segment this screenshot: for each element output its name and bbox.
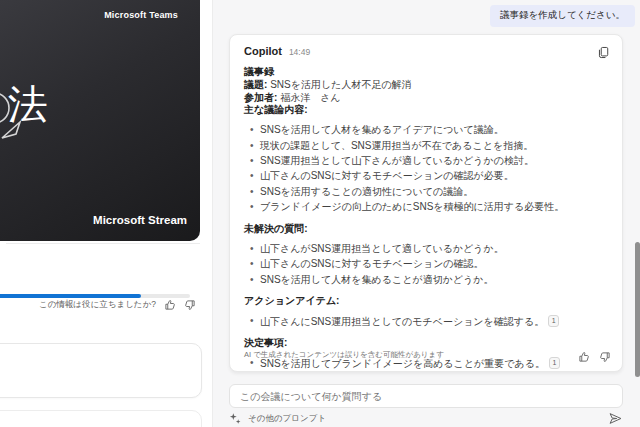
left-content-card [0,343,202,398]
video-player[interactable]: Microsoft Teams 法 Microsoft Stream [0,0,200,241]
list-item: SNS運用担当として山下さんが適しているかどうかの検討。 [244,155,608,168]
composer-footer: その他のプロンプト [229,411,623,426]
section-heading-discussion: 主な議論内容: [244,104,608,117]
send-icon [608,411,623,426]
copy-button[interactable] [595,44,612,61]
notes-title: 議事録 [244,66,608,79]
like-button[interactable] [578,351,590,363]
survey-thumbs-up-button[interactable] [164,299,176,311]
copilot-message-card: Copilot 14:49 議事録 議題: SNSを活用した人材不足の解消 参加… [229,34,623,372]
more-prompts-button[interactable]: その他のプロンプト [229,412,326,425]
list-item: 山下さんがSNS運用担当として適しているかどうか。 [244,243,608,256]
participants-line: 参加者: 福永洋 さん [244,92,608,105]
survey-question: この情報は役に立ちましたか? [39,299,156,311]
action-items-list: 山下さんにSNS運用担当としてのモチベーションを確認する。1 [244,315,608,328]
stream-watermark: Microsoft Stream [93,214,187,226]
list-item: 山下さんのSNSに対するモチベーションの確認が必要。 [244,170,608,183]
copilot-name: Copilot [244,45,282,57]
ai-disclaimer: AI で生成されたコンテンツは誤りを含む可能性があります [244,350,444,360]
discussion-list: SNSを活用して人材を集めるアイデアについて議論。 現状の課題として、SNS運用… [244,124,608,214]
section-heading-open-questions: 未解決の質問: [244,223,608,236]
list-item: ブランドイメージの向上のためにSNSを積極的に活用する必要性。 [244,201,608,214]
teams-watermark: Microsoft Teams [104,10,178,20]
thumbs-down-icon [184,299,196,311]
scrollbar-thumb[interactable] [635,242,640,377]
section-heading-decisions: 決定事項: [244,337,608,350]
thumbs-up-icon [578,351,590,363]
list-item: SNSを活用して人材を集めることが適切かどうか。 [244,274,608,287]
thumbs-down-icon [599,351,611,363]
dislike-button[interactable] [599,351,611,363]
slide-graphic [0,90,32,146]
chat-input-container [229,384,623,408]
more-prompts-label: その他のプロンプト [248,413,326,425]
chat-input[interactable] [240,391,612,402]
left-content-card-2 [0,410,202,427]
user-message-bubble: 議事録を作成してください。 [490,5,635,27]
topic-line: 議題: SNSを活用した人材不足の解消 [244,79,608,92]
message-feedback [578,351,611,363]
message-time: 14:49 [289,47,310,57]
citation-badge[interactable]: 1 [549,357,560,369]
section-heading-action-items: アクションアイテム: [244,295,608,308]
list-item: 現状の課題として、SNS運用担当が不在であることを指摘。 [244,140,608,153]
send-button[interactable] [608,411,623,426]
copilot-chat-panel: 議事録を作成してください。 Copilot 14:49 議事録 議題: SNSを… [212,0,640,427]
list-item: SNSを活用して人材を集めるアイデアについて議論。 [244,124,608,137]
meeting-notes: 議事録 議題: SNSを活用した人材不足の解消 参加者: 福永洋 さん 主な議論… [244,66,608,371]
thumbs-up-icon [164,299,176,311]
survey-row: この情報は役に立ちましたか? [0,299,200,311]
video-progress-bar[interactable] [0,294,190,298]
open-questions-list: 山下さんがSNS運用担当として適しているかどうか。 山下さんのSNSに対するモチ… [244,243,608,287]
message-header: Copilot 14:49 [244,45,608,57]
sparkle-icon [229,412,242,425]
list-item: 山下さんにSNS運用担当としてのモチベーションを確認する。1 [244,315,608,328]
progress-fill [0,294,141,298]
copy-icon [597,46,610,59]
section-divider [6,243,200,244]
citation-badge[interactable]: 1 [548,315,559,327]
list-item: 山下さんのSNSに対するモチベーションの確認。 [244,258,608,271]
survey-thumbs-down-button[interactable] [184,299,196,311]
list-item: SNSを活用することの適切性についての議論。 [244,186,608,199]
